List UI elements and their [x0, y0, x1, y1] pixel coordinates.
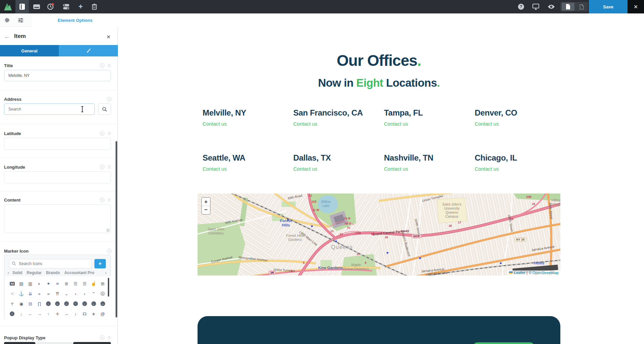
builder-sidebar-toggle[interactable]: [15, 0, 29, 13]
icon-assistive-listening-systems[interactable]: ☊: [83, 312, 87, 316]
contact-us-link[interactable]: Contact us: [384, 166, 408, 172]
longitude-help-icon[interactable]: ?: [100, 165, 104, 169]
icon-category-brands[interactable]: Brands: [46, 270, 60, 276]
preview-toggle-button[interactable]: [544, 0, 558, 13]
popup-segment-button[interactable]: [4, 342, 35, 344]
icon-arrow-up[interactable]: ↑: [47, 312, 50, 316]
address-search-button[interactable]: [98, 103, 111, 115]
icon-air-freshener[interactable]: ✦: [47, 282, 50, 286]
save-button[interactable]: Save: [589, 0, 628, 13]
icon-adjust[interactable]: ◐: [38, 282, 41, 286]
longitude-input[interactable]: [4, 171, 111, 183]
icon-angle-down[interactable]: ⌄: [65, 292, 68, 296]
icon-arrow-right[interactable]: →: [37, 312, 42, 316]
icon-grid-scrollbar[interactable]: [108, 278, 109, 297]
icon-asterisk[interactable]: ∗: [92, 312, 95, 316]
sidebar-scrollbar[interactable]: [116, 141, 117, 317]
address-help-icon[interactable]: ?: [107, 97, 112, 101]
trash-button[interactable]: [87, 0, 101, 13]
tab-general[interactable]: General: [0, 45, 59, 56]
content-options-icon[interactable]: ☰: [107, 198, 112, 202]
page-view-inactive-button[interactable]: [576, 3, 587, 11]
icon-american-sign-language-interpreting[interactable]: ☜: [10, 292, 14, 296]
marker-help-icon[interactable]: ?: [107, 249, 112, 253]
icon-archive[interactable]: ⊟: [29, 302, 32, 306]
icon-anchor[interactable]: ⚓: [18, 292, 24, 296]
icon-angle-double-right[interactable]: »: [47, 292, 49, 296]
contact-us-link[interactable]: Contact us: [475, 166, 499, 172]
icon-angle-double-left[interactable]: «: [38, 292, 41, 296]
close-builder-button[interactable]: ✕: [628, 0, 644, 13]
popup-options-icon[interactable]: ☰: [107, 335, 112, 340]
zoom-out-button[interactable]: −: [202, 206, 210, 214]
add-icon-set-button[interactable]: +: [94, 259, 106, 268]
back-button[interactable]: ←: [3, 32, 11, 41]
icon-angle-right[interactable]: ›: [84, 292, 85, 296]
icon-search-input[interactable]: [9, 259, 92, 268]
add-element-button[interactable]: +: [74, 0, 88, 13]
icon-arrows-alt-h[interactable]: ↔: [64, 312, 69, 316]
leaflet-map[interactable]: Saint John CemeteryForest HillsForest Hi…: [198, 194, 560, 275]
categories-prev-button[interactable]: ‹: [8, 270, 9, 275]
icon-arrow-down[interactable]: ↓: [20, 312, 23, 316]
icon-arrow-alt-circle-up[interactable]: ↑: [73, 301, 78, 306]
icon-align-justify[interactable]: ≣: [65, 282, 68, 286]
cta-button-clipped[interactable]: [473, 342, 534, 344]
tab-design[interactable]: [59, 45, 118, 56]
content-textarea[interactable]: [4, 204, 111, 233]
settings-button[interactable]: [2, 15, 12, 25]
icon-arrows-alt[interactable]: ✛: [56, 312, 59, 316]
content-help-icon[interactable]: ?: [100, 198, 104, 202]
latitude-input[interactable]: [4, 138, 111, 150]
icon-arrow-alt-circle-down[interactable]: ↓: [46, 301, 51, 306]
categories-next-button[interactable]: ›: [105, 270, 106, 275]
save-draft-button[interactable]: [30, 0, 44, 13]
openstreetmap-link[interactable]: © OpenStreetMap: [529, 271, 559, 275]
icon-category-regular[interactable]: Regular: [27, 270, 42, 276]
icon-ad[interactable]: Ad: [10, 282, 14, 286]
longitude-options-icon[interactable]: ☰: [107, 165, 112, 169]
icon-category-accountant-pro[interactable]: Accountant Pro: [64, 270, 94, 276]
icon-archway[interactable]: ∏: [38, 302, 41, 306]
icon-angle-double-down[interactable]: ⇊: [29, 292, 32, 296]
library-button[interactable]: [59, 0, 73, 13]
address-search-input[interactable]: [4, 103, 95, 115]
icon-align-center[interactable]: ≡: [56, 282, 59, 286]
popup-segment-button[interactable]: [35, 342, 73, 344]
contact-us-link[interactable]: Contact us: [475, 121, 499, 127]
layers-filter-button[interactable]: [15, 15, 26, 25]
title-help-icon[interactable]: ?: [100, 63, 104, 68]
avada-logo[interactable]: [0, 0, 15, 13]
icon-allergies[interactable]: ☝: [91, 282, 96, 286]
icon-arrow-left[interactable]: ←: [28, 312, 33, 316]
latitude-help-icon[interactable]: ?: [100, 131, 104, 136]
contact-us-link[interactable]: Contact us: [203, 166, 227, 172]
icon-angle-up[interactable]: ⌃: [92, 292, 95, 296]
contact-us-link[interactable]: Contact us: [293, 166, 317, 172]
title-input[interactable]: [4, 70, 111, 81]
icon-address-card[interactable]: ▥: [28, 282, 32, 286]
icon-arrows-alt-v[interactable]: ↕: [75, 312, 77, 316]
icon-ambulance[interactable]: ⊞: [101, 282, 104, 286]
icon-arrow-circle-left[interactable]: ←: [91, 301, 96, 306]
icon-arrow-circle-up[interactable]: ↑: [10, 311, 14, 316]
history-button[interactable]: [44, 0, 58, 13]
help-button[interactable]: ?: [514, 0, 528, 13]
icon-arrow-alt-circle-right[interactable]: →: [64, 301, 69, 306]
icon-arrow-circle-right[interactable]: →: [100, 301, 105, 306]
resize-grip[interactable]: [106, 229, 110, 232]
icon-arrow-circle-down[interactable]: ↓: [82, 301, 87, 306]
popup-help-icon[interactable]: ?: [100, 335, 104, 340]
icon-category-solid[interactable]: Solid: [12, 270, 22, 276]
icon-arrow-alt-circle-left[interactable]: ←: [55, 301, 60, 306]
contact-us-link[interactable]: Contact us: [384, 121, 408, 127]
icon-ankh[interactable]: ☥: [11, 302, 14, 306]
icon-align-right[interactable]: ☰: [83, 282, 87, 286]
leaflet-link[interactable]: Leaflet: [514, 271, 525, 275]
popup-segment-button[interactable]: [73, 342, 111, 344]
contact-us-link[interactable]: Contact us: [293, 121, 317, 127]
zoom-in-button[interactable]: +: [202, 198, 210, 206]
panel-close-button[interactable]: ✕: [104, 33, 113, 41]
title-options-icon[interactable]: ☰: [107, 63, 112, 68]
latitude-options-icon[interactable]: ☰: [107, 131, 112, 136]
